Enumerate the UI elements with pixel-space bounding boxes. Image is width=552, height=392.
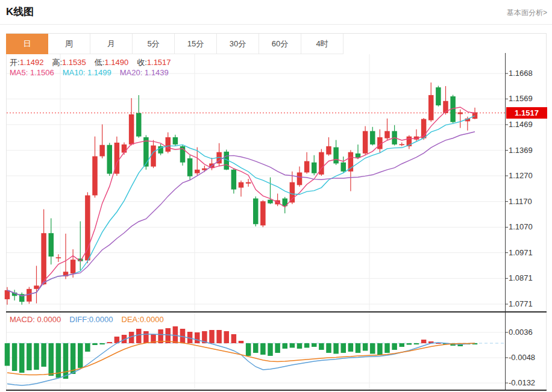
legend-item: MACD: 0.0000 — [10, 315, 61, 324]
y-axis-label: 1.0771 — [509, 299, 546, 308]
ohlc-legend: 开:1.1492高:1.1535低:1.1490收:1.1517 — [10, 57, 180, 68]
y-axis-label: 1.1270 — [509, 171, 546, 180]
legend-item: MA20: 1.1439 — [120, 68, 169, 77]
y-axis-label: -0.0132 — [509, 378, 546, 387]
y-axis-label: 1.1369 — [509, 146, 546, 155]
legend-item: 高:1.1535 — [52, 58, 86, 67]
legend-item: 低:1.1490 — [95, 58, 128, 67]
y-axis-label: 0.0036 — [509, 328, 546, 337]
legend-item: MA10: 1.1499 — [63, 68, 111, 77]
y-axis-label: -0.0048 — [509, 353, 546, 362]
legend-item: DIFF:0.0000 — [69, 315, 113, 324]
y-axis-label: 1.1070 — [509, 222, 546, 231]
current-price-label: 1.1517 — [506, 107, 547, 119]
macd-legend: MACD: 0.0000DIFF:0.0000DEA:0.0000 — [10, 315, 172, 324]
y-axis-label: 1.0971 — [509, 248, 546, 257]
legend-item: DEA:0.0000 — [122, 315, 164, 324]
y-axis-label: 1.1170 — [509, 197, 546, 206]
legend-item: MA5: 1.1506 — [10, 68, 54, 77]
y-axis-label: 1.1469 — [509, 120, 546, 129]
y-axis-label: 1.1668 — [509, 69, 546, 78]
y-axis-label: 1.1569 — [509, 94, 546, 103]
ma-legend: MA5: 1.1506MA10: 1.1499MA20: 1.1439 — [10, 68, 177, 77]
y-axis-label: 1.0871 — [509, 273, 546, 282]
legend-item: 收:1.1517 — [137, 58, 171, 67]
legend-item: 开:1.1492 — [10, 58, 43, 67]
